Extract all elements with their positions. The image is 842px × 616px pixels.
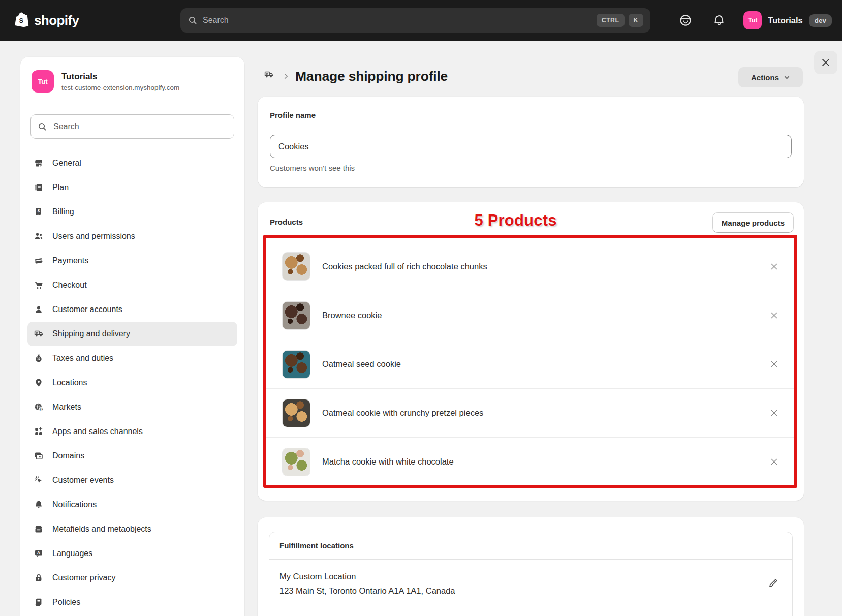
settings-nav: GeneralPlan$BillingUsers and permissions… [20,143,244,616]
fulfillment-card: Fulfillment locations My Custom Location… [258,517,804,616]
product-thumbnail [283,302,310,329]
sidebar-item-label: Checkout [52,281,87,290]
profile-name-helper: Customers won't see this [270,164,792,172]
remove-product-button[interactable] [768,260,780,272]
global-search-button[interactable]: Search CTRL K [180,8,650,33]
sidebar-item-locations[interactable]: Locations [27,371,237,395]
shopify-logo: S shopify [13,11,79,30]
domains-icon [34,451,44,461]
svg-text:S: S [19,17,24,24]
settings-search-input[interactable] [52,121,228,132]
sidebar-item-label: Payments [52,256,88,265]
sidebar-item-label: Billing [52,207,74,217]
remove-product-button[interactable] [768,310,780,322]
sidebar-item-policies[interactable]: Policies [27,590,237,614]
page-title: Manage shipping profile [295,69,448,84]
pin-icon [34,378,44,388]
sidebar-item-customer-accounts[interactable]: Customer accounts [27,297,237,322]
users-icon [34,231,44,241]
sidebar-item-general[interactable]: General [27,151,237,175]
edit-location-button[interactable] [768,578,780,590]
sidebar-store-domain: test-custome-extension.myshopify.com [61,84,179,91]
product-name: Oatmeal seed cookie [322,359,401,369]
sidebar-item-label: Policies [52,598,80,607]
sidebar-item-customer-privacy[interactable]: Customer privacy [27,566,237,590]
profile-name-card: Profile name Customers won't see this [258,97,804,187]
sidebar-item-label: Shipping and delivery [52,329,130,338]
person-icon [34,304,44,315]
search-icon [37,121,47,132]
sidebar-item-checkout[interactable]: Checkout [27,273,237,297]
env-badge: dev [809,14,832,27]
profile-name-input[interactable] [272,142,789,151]
settings-search[interactable] [30,114,234,139]
sidebar-item-label: Markets [52,403,81,412]
sidekick-icon[interactable] [677,12,694,28]
payments-icon [34,256,44,266]
shopify-bag-icon: S [13,11,30,30]
globe-icon: $ [34,402,44,412]
sidebar-item-apps-and-sales-channels[interactable]: Apps and sales channels [27,419,237,444]
profile-name-field [270,135,792,158]
sidebar-item-taxes-and-duties[interactable]: Taxes and duties [27,346,237,371]
location-address: 123 Main St, Toronto Ontario A1A 1A1, Ca… [279,586,782,596]
product-thumbnail [283,253,310,280]
sidebar-item-customer-events[interactable]: Customer events [27,468,237,492]
product-thumbnail [283,399,310,427]
kbd-ctrl: CTRL [597,14,625,27]
close-button[interactable] [814,51,837,74]
remove-product-button[interactable] [768,456,780,468]
sidebar-item-payments[interactable]: Payments [27,249,237,273]
product-thumbnail [283,351,310,378]
product-row-oatmeal-cookie-with-crunchy-pr: Oatmeal cookie with crunchy pretzel piec… [266,388,794,437]
store-name: Tutorials [768,16,802,25]
search-icon [188,15,198,25]
policies-icon [34,597,44,607]
notifications-bell-icon[interactable] [711,12,727,28]
sidebar-item-billing[interactable]: $Billing [27,200,237,224]
truck-icon [34,329,44,339]
sidebar-item-label: Plan [52,183,69,192]
shopify-wordmark: shopify [34,13,79,28]
product-name: Matcha cookie with white chocolate [322,457,454,467]
sidebar-item-label: Metafields and metaobjects [52,525,151,534]
sidebar-item-label: Taxes and duties [52,354,113,363]
account-menu[interactable]: Tut Tutorials dev [743,11,832,29]
actions-label: Actions [751,73,779,82]
store-avatar: Tut [743,11,762,29]
apps-icon [34,426,44,437]
product-name: Cookies packed full of rich chocolate ch… [322,262,487,271]
sidebar-item-languages[interactable]: ALanguages [27,541,237,566]
product-row-oatmeal-seed-cookie: Oatmeal seed cookie [266,340,794,388]
global-search-placeholder: Search [203,16,592,25]
svg-text:A: A [37,550,40,555]
product-thumbnail [283,448,310,476]
sidebar-item-plan[interactable]: Plan [27,175,237,200]
products-card: Products 5 Products Manage products Cook… [258,202,804,501]
sidebar-item-label: Languages [52,549,92,558]
product-row-brownee-cookie: Brownee cookie [266,291,794,340]
lock-icon [34,573,44,583]
breadcrumb-separator-icon [282,72,290,80]
actions-button[interactable]: Actions [738,67,803,87]
store-icon [34,158,44,168]
manage-products-button[interactable]: Manage products [712,212,794,233]
remove-product-button[interactable] [768,407,780,419]
sidebar-item-notifications[interactable]: Notifications [27,492,237,517]
sidebar-item-label: Users and permissions [52,232,135,241]
shipping-breadcrumb-icon [264,70,277,83]
sidebar-item-label: Locations [52,378,87,387]
product-name: Brownee cookie [322,311,382,320]
settings-sidebar: Tut Tutorials test-custome-extension.mys… [20,57,244,616]
sidebar-store-name: Tutorials [61,72,179,82]
sidebar-item-label: General [52,159,81,168]
sidebar-item-metafields-and-metaobjects[interactable]: Metafields and metaobjects [27,517,237,541]
fulfillment-box: Fulfillment locations My Custom Location… [269,532,793,616]
sidebar-item-domains[interactable]: Domains [27,444,237,468]
metafields-icon [34,524,44,534]
sidebar-item-label: Customer events [52,476,114,485]
sidebar-item-markets[interactable]: $Markets [27,395,237,419]
remove-product-button[interactable] [768,358,780,371]
sidebar-item-shipping-and-delivery[interactable]: Shipping and delivery [27,322,237,346]
sidebar-item-users-and-permissions[interactable]: Users and permissions [27,224,237,249]
